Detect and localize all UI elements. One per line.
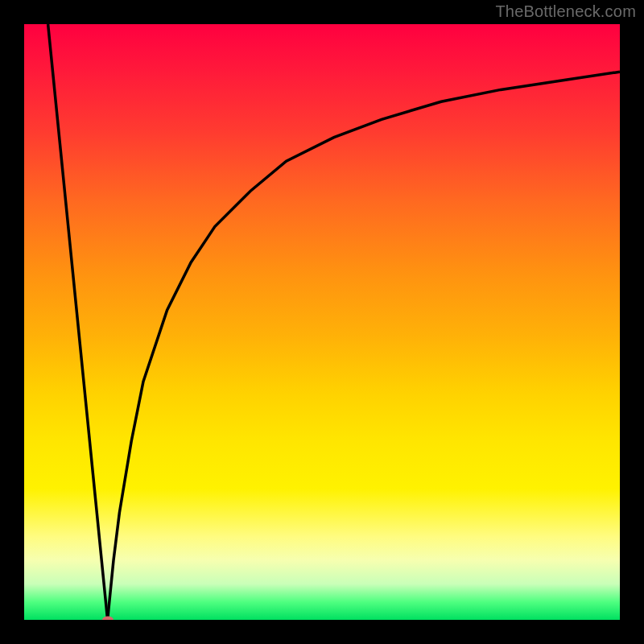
watermark-text: TheBottleneck.com (495, 2, 636, 21)
plot-area (24, 24, 620, 620)
curve-layer (24, 24, 620, 620)
curve-left-branch (48, 24, 108, 620)
chart-frame: TheBottleneck.com (0, 0, 644, 644)
minimum-point-marker (102, 617, 114, 621)
curve-right-branch (108, 72, 620, 620)
